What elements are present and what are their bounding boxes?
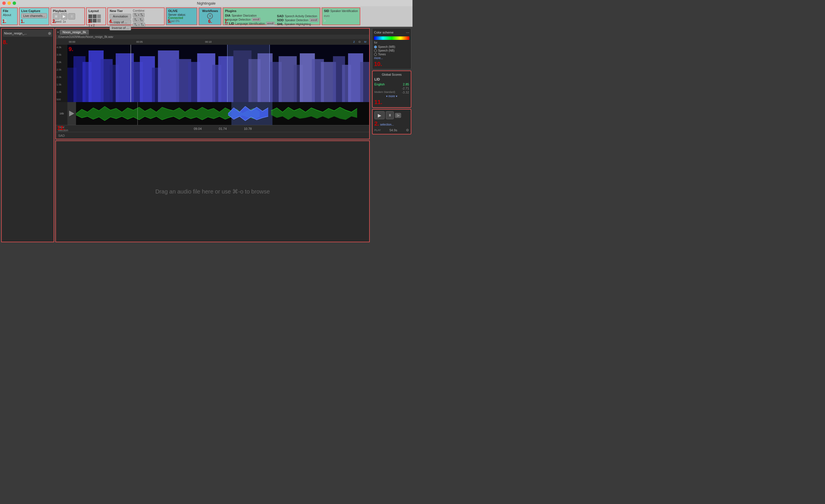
file-number: 1. — [2, 19, 6, 24]
layout-number: 3. — [88, 19, 91, 24]
t1-minus-t2-button[interactable]: T₁ - T₂ — [133, 18, 144, 22]
drop-zone-text: Drag an audio file here or use ⌘-o to br… — [155, 188, 270, 195]
global-score-row-1: -2.71 — [374, 87, 409, 90]
waveform-left-control: 16b — [56, 102, 67, 125]
speed-1x[interactable]: 1x — [395, 113, 401, 118]
dia-plugin: DIA Speaker Diarization — [225, 14, 275, 17]
workflows-number: 6. — [208, 19, 212, 24]
transport-gear-icon[interactable]: ⚙ — [406, 128, 409, 132]
layout-grid-label: 1 x 2 — [88, 24, 95, 27]
traffic-lights — [2, 1, 16, 5]
score-2: -2.71 — [402, 87, 409, 90]
sidebar-add-button[interactable]: ⊕ — [48, 31, 51, 35]
zoom-mark: Z — [354, 40, 355, 43]
waveform-canvas[interactable] — [76, 102, 369, 125]
close-button[interactable] — [2, 1, 6, 5]
tones-radio[interactable] — [374, 53, 377, 56]
waveform-svg — [76, 102, 369, 125]
color-scheme-number: 10. — [374, 61, 409, 67]
score-3: -3.32 — [402, 91, 409, 94]
play-triangle-area[interactable] — [67, 102, 76, 125]
sidebar-filename: Nixon_resign_... — [4, 31, 27, 35]
file-section: File About ⚙ 1. — [1, 7, 18, 25]
inverse-of-button[interactable]: Inverse of ... — [109, 25, 131, 30]
time-mark-1: 00:05 — [136, 40, 143, 43]
playback-controls: ⏹ ▶ ⏸ — [53, 13, 75, 19]
global-score-row-0: English 2.85 — [374, 83, 409, 86]
color-swatch[interactable] — [374, 36, 409, 40]
toolbar: File About ⚙ 1. Live Capture Live channe… — [0, 6, 412, 27]
plugins-middle: SAD Speech Activity Detection SDD Speake… — [277, 9, 318, 26]
sdd-enroll-button[interactable]: enroll — [309, 18, 318, 22]
speech-wb-radio[interactable] — [374, 46, 377, 49]
sad-bar: SAD — [56, 132, 369, 139]
sidebar-header: Nixon_resign_... ⊕ — [3, 30, 53, 37]
lid-enroll-button[interactable]: enroll — [266, 22, 275, 25]
color-scheme-panel: Color scheme ··· for Speech (WB) Speech … — [372, 28, 411, 69]
arrow-right-button[interactable]: › — [324, 17, 325, 23]
left-sidebar: Nixon_resign_... ⊕ 8. — [1, 28, 54, 242]
t1-plus-t2-button[interactable]: T₁ + T₂ — [133, 13, 145, 17]
for-label: for — [374, 41, 409, 44]
svg-rect-30 — [360, 62, 369, 102]
more-scores-button[interactable]: ▾ more ▾ — [374, 95, 409, 98]
speech-wb-option[interactable]: Speech (WB) — [374, 45, 409, 49]
euro-label: euro — [324, 14, 329, 17]
speech-nb-radio[interactable] — [374, 49, 377, 52]
workflows-label: Workflows — [202, 9, 218, 13]
maximize-button[interactable] — [13, 1, 16, 5]
m-mark: M — [364, 40, 367, 43]
waveform-area: 16b — [56, 102, 369, 125]
olive-number: 5. — [167, 19, 171, 24]
drop-zone[interactable]: Drag an audio file here or use ⌘-o to br… — [55, 141, 370, 242]
app-title: Nightingale — [197, 1, 215, 5]
filepath-text: /Users/e31609/Music/Nixon_resign_8k.wav — [58, 35, 113, 38]
tab-label: Nixon_resign_8k — [63, 30, 86, 34]
playback-label: Playback — [53, 9, 67, 13]
plugins-number: 7. — [224, 19, 228, 24]
global-scores-number: 11. — [374, 99, 409, 105]
global-score-row-2: Modern Standard) -3.32 — [374, 91, 409, 94]
pause-button[interactable]: ⏸ — [68, 13, 75, 19]
stop-button[interactable]: ⏹ — [53, 13, 60, 19]
olive-section: OLIVE Server status: Connected Load 0% 5… — [166, 7, 197, 25]
center-area: ✕ Nixon_resign_8k /Users/e31609/Music/Ni… — [55, 27, 371, 243]
lang-detect-enroll-button[interactable]: enroll — [252, 18, 260, 21]
time-mark-2: 00:10 — [205, 40, 212, 43]
audio-tab-bar: ✕ Nixon_resign_8k — [56, 29, 369, 35]
lang-detect-plugin: Language Detection enroll — [225, 18, 275, 21]
pause-small-button[interactable]: ⏸ — [386, 111, 394, 119]
playback-number: 2. — [52, 19, 56, 24]
waveform-container: 00:00 00:05 00:10 Z O M 19m 09.2s 4.0k 3… — [56, 39, 369, 139]
about-text[interactable]: About — [3, 13, 11, 17]
play-large-button[interactable]: ▶ — [374, 111, 385, 119]
tones-option[interactable]: Tones — [374, 53, 409, 56]
more-link[interactable]: more... — [374, 57, 409, 60]
tab-close-button[interactable]: ✕ — [57, 31, 59, 34]
olive-label: OLIVE — [168, 9, 177, 13]
live-channels-button[interactable]: Live channels... — [21, 13, 47, 18]
play-button[interactable]: ▶ — [61, 13, 67, 19]
combine-label: Combine: — [133, 9, 145, 12]
speech-nb-option[interactable]: Speech (NB) — [374, 49, 409, 52]
annotation-button[interactable]: Annotation — [109, 14, 131, 19]
lang-3: Modern Standard) — [374, 91, 395, 94]
audio-tab[interactable]: Nixon_resign_8k — [60, 29, 89, 35]
time-ruler: 00:00 00:05 00:10 Z O M — [56, 39, 369, 45]
lid-plugin: LID Language Identification enroll — [225, 22, 275, 25]
spectrogram-svg — [67, 45, 369, 102]
add-workflow-button[interactable]: + — [207, 13, 213, 19]
waveform-play-button[interactable] — [69, 111, 74, 116]
spectrogram-canvas[interactable]: 9. — [67, 45, 369, 102]
svg-rect-11 — [158, 51, 179, 102]
layout-label: Layout — [88, 9, 99, 13]
audio-panel: ✕ Nixon_resign_8k /Users/e31609/Music/Ni… — [55, 28, 370, 139]
live-capture-section: Live Capture Live channels... 1. — [19, 7, 49, 25]
color-scheme-title: Color scheme — [374, 31, 393, 34]
t1-intersect-t2-button[interactable]: T₁ ∩ T₂ — [133, 23, 145, 27]
title-bar: Nightingale — [0, 0, 412, 6]
selection-text[interactable]: selection... — [380, 123, 394, 126]
minimize-button[interactable] — [7, 1, 11, 5]
color-scheme-menu-button[interactable]: ··· — [406, 30, 409, 35]
tones-label: Tones — [378, 53, 386, 56]
